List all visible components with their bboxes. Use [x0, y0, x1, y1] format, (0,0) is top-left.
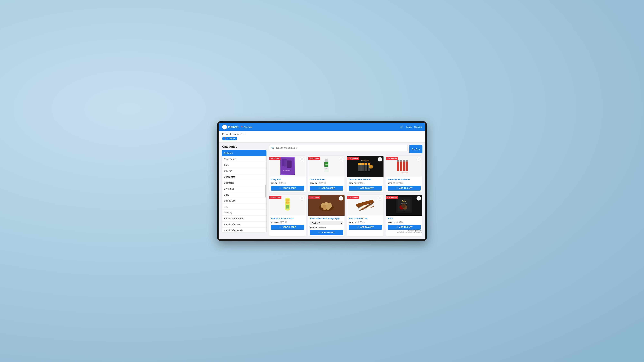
discount-badge-everyuth: $25.00 OFF: [269, 196, 282, 199]
sidebar-item-dry-fruits[interactable]: Dry Fruits: [222, 186, 266, 192]
chevron-down-icon: ▾: [419, 148, 420, 150]
sidebar-item-grocery[interactable]: Grocery: [222, 210, 266, 216]
add-to-cart-eveready[interactable]: 🛒 ADD TO CART: [388, 186, 421, 190]
sidebar-scroll-indicator: [265, 184, 266, 197]
cart-btn-icon-eveready: 🛒: [396, 187, 398, 189]
add-to-cart-comb[interactable]: 🛒 ADD TO CART: [349, 225, 382, 230]
product-image-foxs: $25.00 OFF ♡ Fox's Chocolatey: [386, 195, 422, 216]
original-price-duracell: $255.00: [358, 182, 364, 184]
add-to-cart-label-everyuth: ADD TO CART: [282, 226, 296, 228]
price-row-comb: $150.00 $175.00: [349, 221, 382, 223]
add-to-cart-label-duracell: ADD TO CART: [360, 187, 374, 189]
product-name-duracell: Duracell AAA Batteries: [349, 178, 382, 181]
signup-link[interactable]: Sign up: [414, 126, 422, 128]
app-name: Indiaret: [228, 125, 238, 129]
sidebar-item-all-items[interactable]: All Items: [222, 150, 266, 156]
eggs-variant-select[interactable]: Pack of 6 Pack of 12: [310, 221, 343, 225]
sidebar-item-accessories[interactable]: Accessories: [222, 156, 266, 162]
cart-btn-icon: 🛒: [279, 187, 282, 189]
search-input[interactable]: [276, 147, 406, 149]
location-link[interactable]: 📍 Chennai: [240, 126, 252, 128]
store-badge-icon: 📍: [224, 137, 227, 140]
product-img-dettol: Dettol Sanitiser: [322, 157, 331, 175]
svg-line-59: [372, 203, 373, 207]
sidebar-item-handicrafts-jars[interactable]: Handicrafts Jars: [222, 222, 266, 227]
add-to-cart-duracell[interactable]: 🛒 ADD TO CART: [349, 186, 382, 190]
add-to-cart-dairy-milk[interactable]: 🛒 ADD TO CART: [271, 186, 304, 190]
price-foxs: $120.00: [388, 221, 395, 223]
svg-point-66: [401, 203, 406, 208]
svg-text:AAA 4: AAA 4: [364, 161, 367, 163]
original-price-comb: $175.00: [358, 221, 364, 223]
original-price-foxs: $145.00: [396, 221, 404, 223]
wishlist-duracell[interactable]: ♡: [378, 157, 382, 162]
discount-badge-dettol: $25.00 OFF: [308, 157, 320, 160]
svg-rect-21: [368, 163, 370, 165]
product-info-dairy-milk: Dairy Milk $95.00 $100.00 🛒 ADD TO CART: [269, 177, 306, 192]
logo-icon: 🛍: [222, 125, 227, 130]
product-info-duracell: Duracell AAA Batteries $230.00 $255.00 🛒…: [347, 177, 384, 192]
sidebar-item-chocolates[interactable]: Chocolates: [222, 174, 266, 180]
product-img-duracell: DURACELL AAA 4: [356, 158, 374, 175]
cart-btn-icon-foxs: 🛒: [396, 226, 398, 228]
svg-line-50: [362, 205, 364, 209]
cart-btn-icon-duracell: 🛒: [357, 187, 359, 189]
svg-text:mask: mask: [286, 208, 288, 209]
add-to-cart-everyuth[interactable]: 🛒 ADD TO CART: [271, 225, 304, 230]
svg-line-48: [360, 206, 362, 210]
product-name-foxs: Fox's: [388, 217, 421, 220]
sidebar-item-engine-oils[interactable]: Engine Oils: [222, 198, 266, 204]
price-row-foxs: $120.00 $145.00: [388, 221, 421, 223]
product-image-dettol: $25.00 OFF ♡ Dettol Sanitiser: [308, 156, 345, 177]
product-card-foxs: $25.00 OFF ♡ Fox's Chocolatey: [386, 194, 422, 237]
wishlist-everyuth[interactable]: ♡: [300, 196, 304, 200]
wishlist-dairy-milk[interactable]: ♡: [300, 157, 304, 162]
add-to-cart-foxs[interactable]: 🛒 ADD TO CART: [388, 225, 421, 230]
product-image-eggs: $20.00 OFF ♡: [308, 195, 345, 216]
price-row-dettol: $160.00 $185.00: [310, 182, 343, 184]
price-row-eveready: $250.00 $275.00: [388, 182, 421, 184]
svg-rect-27: [400, 160, 402, 162]
svg-line-58: [371, 203, 372, 207]
sidebar-item-handicrafts-baskets[interactable]: Handicrafts Baskets: [222, 216, 266, 222]
original-price-eveready: $275.00: [396, 182, 404, 184]
price-dettol: $160.00: [310, 182, 318, 184]
wishlist-foxs[interactable]: ♡: [416, 196, 421, 200]
logo-area[interactable]: 🛍 Indiaret: [222, 125, 238, 130]
price-everyuth: $110.00: [271, 221, 278, 223]
product-card-duracell: $25.00 OFF ♡ DURACELL AAA 4: [347, 156, 384, 192]
svg-text:Fox's: Fox's: [402, 200, 406, 202]
header-left: 🛍 Indiaret 📍 Chennai: [222, 125, 252, 130]
cart-icon[interactable]: 🛒: [400, 125, 404, 129]
svg-text:Dettol: Dettol: [325, 164, 328, 165]
wishlist-dettol[interactable]: ♡: [339, 157, 343, 162]
product-card-comb: $25.00 OFF ♡: [347, 194, 384, 237]
add-to-cart-label-eggs: ADD TO CART: [322, 231, 335, 233]
sidebar-item-cafe[interactable]: Café: [222, 162, 266, 168]
wishlist-eggs[interactable]: ♡: [339, 196, 343, 200]
sidebar-item-chicken[interactable]: Chicken: [222, 168, 266, 174]
sidebar-item-eggs[interactable]: Eggs: [222, 192, 266, 198]
svg-text:D: D: [370, 166, 371, 168]
store-badge[interactable]: 📍 Chennai: [222, 137, 237, 140]
sidebar-item-cosmetics[interactable]: Cosmetics: [222, 180, 266, 186]
screen-inner: 🛍 Indiaret 📍 Chennai 🛒 Login Sign up Fou…: [219, 123, 425, 239]
product-info-dettol: Dettol Sanitiser $160.00 $185.00 🛒 ADD T…: [308, 177, 345, 192]
activate-windows-overlay: Activate Windows Go to Settings to activ…: [397, 229, 422, 233]
svg-text:Sanitiser: Sanitiser: [324, 168, 328, 169]
add-to-cart-dettol[interactable]: 🛒 ADD TO CART: [310, 186, 343, 190]
svg-point-44: [326, 204, 330, 210]
add-to-cart-eggs[interactable]: 🛒 ADD TO CART: [310, 230, 343, 235]
sidebar-item-handicrafts-jewels[interactable]: Handicrafts Jewels: [222, 227, 266, 232]
sidebar-item-gas[interactable]: Gas: [222, 204, 266, 210]
original-price-eggs: $150.00: [319, 226, 326, 228]
sort-button[interactable]: Sort By ▾: [409, 145, 422, 153]
wishlist-comb[interactable]: ♡: [378, 196, 382, 200]
svg-rect-3: [287, 161, 292, 168]
search-icon: 🔍: [271, 147, 274, 150]
wishlist-eveready[interactable]: ♡: [416, 157, 421, 162]
product-name-eveready: Eveready AA Batteries: [388, 178, 421, 181]
sort-label: Sort By: [412, 148, 418, 150]
add-to-cart-label-comb: ADD TO CART: [360, 226, 374, 228]
login-link[interactable]: Login: [406, 126, 412, 128]
